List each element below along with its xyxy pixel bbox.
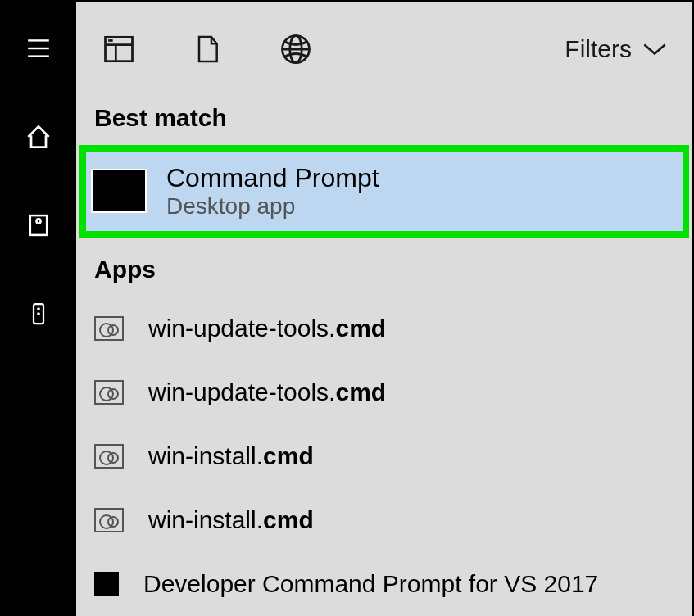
- app-result[interactable]: win-install.cmd: [76, 424, 692, 488]
- app-result-label: win-update-tools.cmd: [148, 378, 386, 406]
- command-prompt-icon: [94, 572, 119, 596]
- app-result[interactable]: win-update-tools.cmd: [76, 360, 692, 424]
- app-result-label: win-install.cmd: [148, 442, 314, 470]
- best-match-text: Command Prompt Desktop app: [166, 163, 379, 220]
- hamburger-icon[interactable]: [21, 31, 56, 66]
- svg-point-4: [36, 219, 40, 223]
- app-result-label: win-install.cmd: [148, 506, 314, 534]
- web-scope-icon[interactable]: [276, 29, 315, 69]
- best-match-subtitle: Desktop app: [166, 193, 379, 220]
- best-match-header: Best match: [76, 96, 692, 145]
- remote-icon[interactable]: [21, 297, 56, 331]
- search-panel: Filters Best match Command Prompt Deskto…: [76, 0, 694, 616]
- search-scope-tabs: [99, 29, 315, 69]
- documents-scope-icon[interactable]: [188, 29, 227, 69]
- filters-button[interactable]: Filters: [565, 35, 669, 63]
- svg-point-7: [38, 313, 39, 315]
- cmd-file-icon: [94, 508, 124, 532]
- start-rail: [0, 0, 76, 616]
- apps-scope-icon[interactable]: [99, 29, 138, 69]
- chevron-down-icon: [640, 40, 669, 58]
- apps-header: Apps: [76, 238, 692, 297]
- home-icon[interactable]: [21, 120, 56, 154]
- best-match-title: Command Prompt: [166, 163, 379, 193]
- svg-point-6: [38, 308, 39, 310]
- apps-list: win-update-tools.cmdwin-update-tools.cmd…: [76, 297, 692, 616]
- app-result[interactable]: Developer Command Prompt for VS 2017: [76, 552, 692, 616]
- cmd-file-icon: [94, 380, 124, 405]
- cmd-file-icon: [94, 444, 124, 469]
- app-result[interactable]: win-install.cmd: [76, 488, 692, 552]
- cmd-file-icon: [94, 316, 124, 341]
- app-result-label: win-update-tools.cmd: [148, 315, 386, 342]
- app-result[interactable]: win-update-tools.cmd: [76, 297, 692, 360]
- best-match-result[interactable]: Command Prompt Desktop app: [79, 145, 689, 238]
- filters-label: Filters: [565, 35, 632, 63]
- app-result-label: Developer Command Prompt for VS 2017: [143, 570, 598, 598]
- search-topbar: Filters: [76, 2, 692, 96]
- command-prompt-icon: [91, 169, 147, 213]
- recent-icon[interactable]: [21, 208, 56, 242]
